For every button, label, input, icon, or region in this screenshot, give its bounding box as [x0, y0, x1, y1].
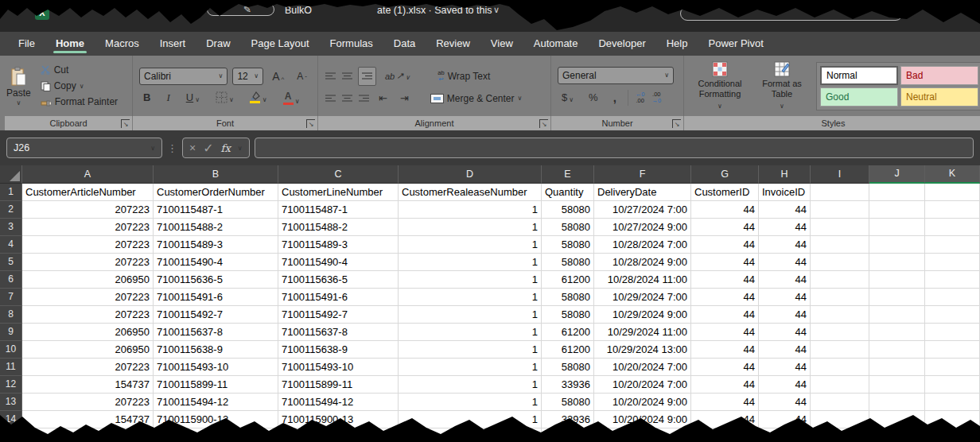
tab-data[interactable]: Data — [383, 32, 426, 56]
number-format-dropdown-icon[interactable]: ∨ — [664, 72, 669, 79]
align-bottom-button[interactable] — [358, 67, 376, 86]
cell-D13[interactable]: 1 — [399, 394, 542, 411]
align-top-button[interactable] — [325, 69, 336, 83]
cell-J14[interactable] — [869, 411, 925, 428]
cell-F1[interactable]: DeliveryDate — [594, 184, 691, 201]
merge-center-dropdown-icon[interactable]: ∨ — [518, 95, 523, 102]
cell-B14[interactable]: 7100115900-13 — [154, 411, 278, 428]
cell-A7[interactable]: 207223 — [22, 289, 154, 306]
cell-E13[interactable]: 58080 — [542, 394, 594, 411]
cell-J11[interactable] — [869, 359, 925, 376]
cell-D12[interactable]: 1 — [399, 376, 542, 394]
cell-G7[interactable]: 44 — [691, 289, 759, 306]
cell-F2[interactable]: 10/27/2024 7:00 — [594, 201, 691, 219]
paste-dropdown-icon[interactable]: ∨ — [16, 99, 21, 107]
cell-I3[interactable] — [811, 219, 869, 236]
cell-F14[interactable]: 10/20/2024 9:00 — [594, 411, 691, 428]
cell-J9[interactable] — [869, 324, 925, 341]
row-header-8[interactable]: 8 — [0, 306, 22, 324]
cell-I7[interactable] — [811, 289, 869, 306]
tab-help[interactable]: Help — [656, 32, 698, 56]
cell-K12[interactable] — [925, 376, 980, 394]
row-header-12[interactable]: 12 — [0, 376, 22, 394]
cell-E12[interactable]: 33936 — [542, 376, 594, 394]
tab-formulas[interactable]: Formulas — [320, 32, 383, 56]
cell-B9[interactable]: 7100115637-8 — [154, 324, 278, 341]
column-header-H[interactable]: H — [759, 165, 811, 184]
italic-button[interactable]: I — [162, 91, 173, 104]
cell-B3[interactable]: 7100115488-2 — [154, 219, 278, 236]
cell-I13[interactable] — [811, 394, 869, 411]
cell-D6[interactable]: 1 — [399, 271, 542, 289]
cell-D9[interactable]: 1 — [399, 324, 542, 341]
cell-J12[interactable] — [869, 376, 925, 394]
cell-H15[interactable] — [759, 428, 811, 442]
row-header-2[interactable]: 2 — [0, 201, 22, 219]
cell-D4[interactable]: 1 — [399, 236, 542, 254]
cell-H4[interactable]: 44 — [759, 236, 811, 254]
fill-color-button[interactable]: ∨ — [246, 91, 271, 103]
decrease-font-size-button[interactable]: Aˇ — [293, 71, 311, 82]
format-as-table-dropdown-icon[interactable]: ∨ — [780, 101, 784, 111]
cell-E5[interactable]: 58080 — [542, 254, 594, 271]
cell-J7[interactable] — [869, 289, 925, 306]
cell-E11[interactable]: 58080 — [542, 359, 594, 376]
cell-D8[interactable]: 1 — [399, 306, 542, 324]
format-as-table-button[interactable]: Format as Table ∨ — [754, 61, 810, 111]
fill-color-dropdown-icon[interactable]: ∨ — [262, 96, 267, 103]
cell-B5[interactable]: 7100115490-4 — [154, 254, 278, 271]
cell-I6[interactable] — [811, 271, 869, 289]
cell-G14[interactable]: 44 — [691, 411, 759, 428]
cell-A2[interactable]: 207223 — [22, 201, 154, 219]
cell-K1[interactable] — [925, 184, 980, 201]
tab-macros[interactable]: Macros — [95, 32, 150, 56]
cell-K15[interactable] — [925, 428, 980, 442]
cell-C10[interactable]: 7100115638-9 — [278, 341, 399, 359]
cell-K14[interactable] — [925, 411, 980, 428]
column-header-C[interactable]: C — [278, 165, 399, 184]
font-name-combobox[interactable]: Calibri ∨ — [139, 68, 228, 85]
cell-A6[interactable]: 206950 — [22, 271, 154, 289]
enter-button[interactable]: ✓ — [203, 141, 213, 156]
copy-dropdown-icon[interactable]: ∨ — [80, 83, 84, 90]
format-painter-button[interactable]: Format Painter — [37, 95, 121, 108]
decrease-indent-button[interactable]: ⇤ — [375, 92, 391, 104]
underline-button[interactable]: U∨ — [182, 91, 204, 103]
cell-A12[interactable]: 154737 — [22, 376, 154, 394]
cell-C14[interactable]: 7100115900-13 — [278, 411, 399, 428]
cell-J2[interactable] — [869, 201, 925, 219]
cell-H12[interactable]: 44 — [759, 376, 811, 394]
tab-power-pivot[interactable]: Power Pivot — [698, 32, 773, 56]
cell-D1[interactable]: CustomerRealeaseNumber — [399, 184, 542, 201]
cell-B15[interactable] — [154, 428, 278, 442]
align-right-button[interactable] — [358, 91, 370, 106]
cell-E7[interactable]: 58080 — [542, 289, 594, 306]
cell-J3[interactable] — [869, 219, 925, 236]
cell-H11[interactable]: 44 — [759, 359, 811, 376]
cell-E14[interactable]: 33936 — [542, 411, 594, 428]
cell-A9[interactable]: 206950 — [22, 324, 154, 341]
merge-center-button[interactable]: Merge & Center ∨ — [427, 92, 526, 105]
borders-dropdown-icon[interactable]: ∨ — [229, 96, 234, 103]
tab-automate[interactable]: Automate — [523, 32, 589, 56]
cell-E10[interactable]: 61200 — [542, 341, 594, 359]
number-dialog-launcher[interactable]: ↘ — [672, 119, 681, 128]
cell-G3[interactable]: 44 — [691, 219, 759, 236]
row-header-11[interactable]: 11 — [0, 359, 22, 376]
cell-F11[interactable]: 10/20/2024 7:00 — [594, 359, 691, 376]
cell-H2[interactable]: 44 — [759, 201, 811, 219]
cell-H10[interactable]: 44 — [759, 341, 811, 359]
conditional-formatting-dropdown-icon[interactable]: ∨ — [718, 101, 722, 111]
cut-button[interactable]: Cut — [37, 64, 121, 76]
cell-E4[interactable]: 58080 — [542, 236, 594, 254]
search-box-fragment[interactable] — [680, 6, 903, 21]
cell-F4[interactable]: 10/28/2024 7:00 — [594, 236, 691, 254]
font-color-dropdown-icon[interactable]: ∨ — [295, 98, 300, 105]
copy-button[interactable]: Copy ∨ — [37, 79, 121, 92]
cell-B11[interactable]: 7100115493-10 — [154, 359, 278, 376]
cell-F13[interactable]: 10/20/2024 9:00 — [594, 394, 691, 411]
font-size-dropdown-icon[interactable]: ∨ — [254, 72, 259, 79]
column-header-B[interactable]: B — [154, 165, 278, 184]
cell-D14[interactable]: 1 — [399, 411, 542, 428]
cell-C5[interactable]: 7100115490-4 — [278, 254, 399, 271]
